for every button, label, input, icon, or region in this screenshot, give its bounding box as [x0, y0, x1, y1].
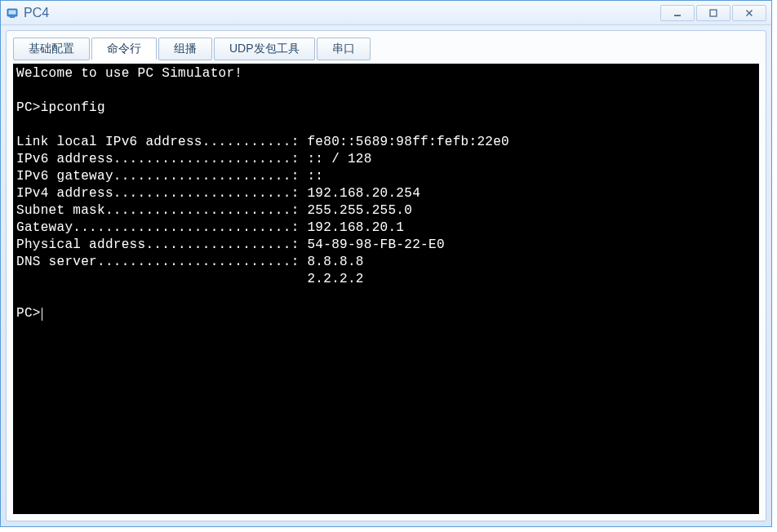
tab-basic-config[interactable]: 基础配置 [13, 38, 90, 60]
titlebar[interactable]: PC4 [1, 1, 771, 25]
svg-rect-4 [710, 10, 717, 16]
terminal-line: IPv4 address......................: 192.… [16, 186, 420, 201]
terminal-prompt-2: PC> [16, 306, 41, 321]
tab-multicast[interactable]: 组播 [158, 38, 212, 60]
terminal-welcome: Welcome to use PC Simulator! [16, 66, 242, 81]
maximize-button[interactable] [696, 5, 730, 21]
terminal-line: Physical address..................: 54-8… [16, 237, 445, 252]
svg-rect-2 [10, 16, 15, 18]
terminal-line: Link local IPv6 address...........: fe80… [16, 135, 509, 149]
window-controls [659, 5, 766, 21]
tab-command-line[interactable]: 命令行 [91, 38, 157, 60]
window-title: PC4 [24, 6, 659, 20]
terminal-line: 2.2.2.2 [16, 272, 364, 286]
terminal-line: IPv6 gateway......................: :: [16, 169, 323, 184]
close-button[interactable] [732, 5, 766, 21]
terminal-line: Subnet mask.......................: 255.… [16, 203, 412, 218]
app-window: PC4 基础配置 命令行 组播 UDP发包工具 串口 Welcome to us… [0, 0, 772, 527]
app-icon [6, 7, 19, 20]
tab-bar: 基础配置 命令行 组播 UDP发包工具 串口 [13, 38, 759, 60]
terminal-prompt-1: PC>ipconfig [16, 100, 105, 115]
tab-serial[interactable]: 串口 [317, 38, 371, 60]
terminal-line: IPv6 address......................: :: /… [16, 152, 372, 166]
terminal-output[interactable]: Welcome to use PC Simulator! PC>ipconfig… [13, 64, 759, 514]
terminal-cursor [42, 308, 43, 321]
svg-rect-1 [9, 10, 16, 14]
minimize-button[interactable] [660, 5, 695, 21]
tab-udp-tool[interactable]: UDP发包工具 [214, 38, 315, 60]
terminal-line: DNS server........................: 8.8.… [16, 255, 364, 269]
content-panel: 基础配置 命令行 组播 UDP发包工具 串口 Welcome to use PC… [6, 30, 766, 521]
terminal-line: Gateway...........................: 192.… [16, 220, 404, 235]
